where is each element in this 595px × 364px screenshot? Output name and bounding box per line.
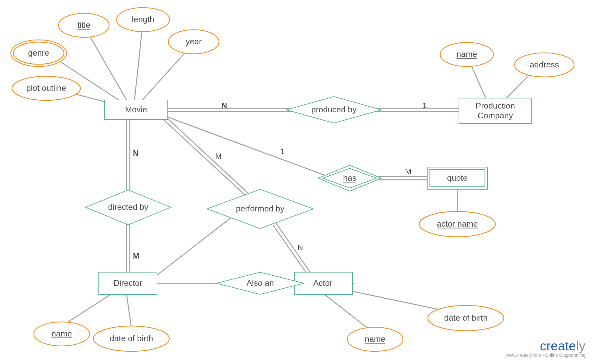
label-actor-name: name	[365, 334, 385, 344]
svg-line-2	[135, 21, 143, 100]
svg-line-13	[167, 118, 253, 198]
card-movie-produced: N	[222, 101, 227, 110]
label-has: has	[343, 173, 356, 183]
label-title: title	[78, 20, 90, 30]
label-director-dob: date of birth	[110, 334, 153, 343]
label-year: year	[186, 37, 202, 47]
label-director-name: name	[51, 329, 72, 339]
watermark-brand-part1: create	[540, 339, 576, 353]
watermark-subtitle: www.creately.com • Online Diagramming	[506, 353, 586, 358]
label-also-an: Also an	[247, 278, 274, 288]
card-directed-director: M	[133, 252, 139, 260]
watermark-brand: creately	[506, 339, 586, 353]
svg-line-25	[127, 294, 131, 328]
label-pc-address: address	[530, 60, 559, 70]
label-produced-by: produced by	[311, 105, 356, 115]
er-diagram-canvas	[0, 0, 595, 364]
label-plot-outline: plot outline	[26, 83, 66, 93]
label-production-company: Production Company	[464, 101, 527, 121]
card-has-quote: M	[405, 167, 411, 176]
label-director: Director	[113, 278, 142, 288]
label-actor-name-attr: actor name	[437, 219, 478, 229]
label-genre: genre	[28, 48, 49, 58]
card-movie-performed: M	[215, 152, 222, 161]
watermark: creately www.creately.com • Online Diagr…	[506, 339, 586, 358]
label-pc-name: name	[456, 49, 477, 59]
label-actor: Actor	[313, 278, 333, 288]
label-directed-by: directed by	[108, 202, 148, 212]
label-actor-dob: date of birth	[444, 313, 487, 323]
label-movie: Movie	[125, 105, 147, 115]
svg-line-23	[157, 215, 234, 275]
card-produced-company: 1	[423, 101, 427, 110]
label-length: length	[132, 15, 154, 24]
card-movie-has: 1	[280, 147, 284, 156]
watermark-brand-part2: ly	[576, 339, 586, 353]
svg-line-17	[168, 117, 326, 176]
svg-line-24	[62, 294, 111, 326]
label-quote: quote	[447, 173, 467, 183]
card-movie-directed: N	[133, 149, 138, 158]
label-performed-by: performed by	[236, 204, 284, 214]
card-performed-actor: N	[298, 243, 303, 252]
svg-line-15	[275, 222, 310, 272]
